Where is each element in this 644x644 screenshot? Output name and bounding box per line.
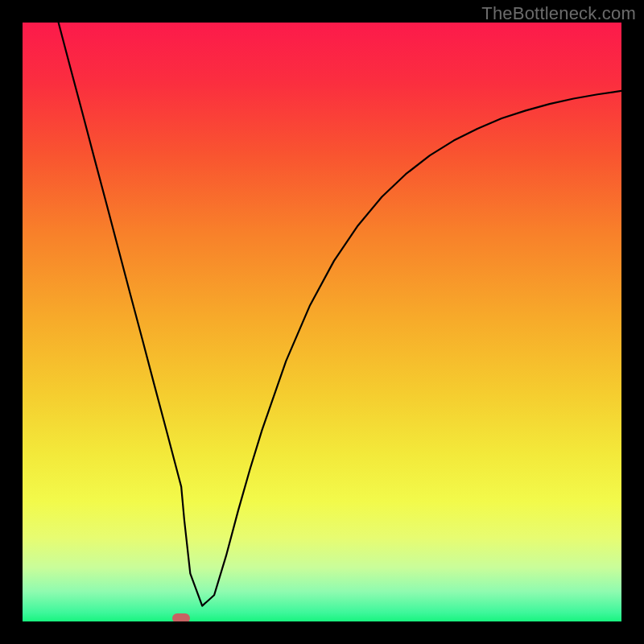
optimum-marker — [172, 613, 190, 621]
chart-frame: TheBottleneck.com — [0, 0, 644, 644]
bottleneck-curve — [23, 23, 621, 621]
watermark-label: TheBottleneck.com — [481, 3, 636, 24]
plot-area — [23, 23, 621, 621]
